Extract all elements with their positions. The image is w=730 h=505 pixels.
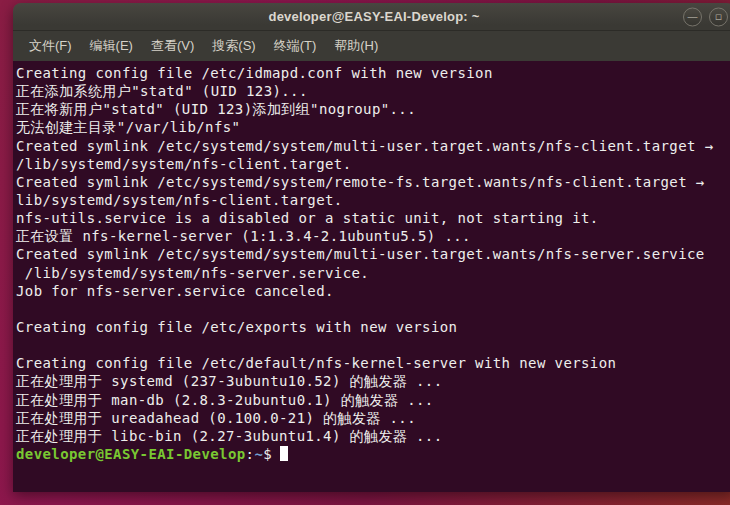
- terminal-line: Creating config file /etc/idmapd.conf wi…: [16, 64, 730, 82]
- menu-item-2[interactable]: 查看(V): [144, 33, 201, 59]
- terminal-line: [16, 300, 730, 318]
- terminal-line: lib/systemd/system/nfs-client.target.: [16, 191, 730, 209]
- terminal-line: nfs-utils.service is a disabled or a sta…: [16, 209, 730, 227]
- terminal-line: [16, 336, 730, 354]
- terminal-line: 正在处理用于 ureadahead (0.100.0-21) 的触发器 ...: [16, 409, 730, 427]
- menu-item-0[interactable]: 文件(F): [22, 33, 79, 59]
- titlebar[interactable]: developer@EASY-EAI-Develop: ~ — ▫: [13, 3, 730, 31]
- menu-item-5[interactable]: 帮助(H): [327, 33, 385, 59]
- minimize-icon: —: [687, 9, 698, 25]
- minimize-button[interactable]: —: [683, 7, 702, 26]
- window-controls: — ▫: [683, 7, 728, 26]
- terminal-line: 正在添加系统用户"statd" (UID 123)...: [16, 82, 730, 100]
- prompt-line: developer@EASY-EAI-Develop:~$: [16, 445, 730, 463]
- terminal-line: 正在处理用于 systemd (237-3ubuntu10.52) 的触发器 .…: [16, 372, 730, 390]
- terminal-line: Created symlink /etc/systemd/system/mult…: [16, 245, 730, 263]
- terminal-line: Creating config file /etc/exports with n…: [16, 318, 730, 336]
- terminal-line: 正在设置 nfs-kernel-server (1:1.3.4-2.1ubunt…: [16, 227, 730, 245]
- menu-item-4[interactable]: 终端(T): [267, 33, 324, 59]
- prompt-dollar: $: [263, 446, 272, 462]
- terminal-output[interactable]: Creating config file /etc/idmapd.conf wi…: [13, 61, 730, 492]
- menu-item-3[interactable]: 搜索(S): [205, 33, 262, 59]
- prompt-user-host: developer@EASY-EAI-Develop: [16, 446, 246, 462]
- terminal-line: Creating config file /etc/default/nfs-ke…: [16, 354, 730, 372]
- terminal-line: 正在处理用于 libc-bin (2.27-3ubuntu1.4) 的触发器 .…: [16, 427, 730, 445]
- terminal-line: 正在将新用户"statd" (UID 123)添加到组"nogroup"...: [16, 100, 730, 118]
- menubar: 文件(F)编辑(E)查看(V)搜索(S)终端(T)帮助(H): [13, 31, 730, 61]
- maximize-button[interactable]: ▫: [709, 7, 728, 26]
- terminal-line: Job for nfs-server.service canceled.: [16, 282, 730, 300]
- terminal-line: Created symlink /etc/systemd/system/remo…: [16, 173, 730, 191]
- terminal-line: 正在处理用于 man-db (2.8.3-2ubuntu0.1) 的触发器 ..…: [16, 391, 730, 409]
- terminal-window: developer@EASY-EAI-Develop: ~ — ▫ 文件(F)编…: [13, 3, 730, 492]
- terminal-line: Created symlink /etc/systemd/system/mult…: [16, 137, 730, 155]
- terminal-line: /lib/systemd/system/nfs-server.service.: [16, 264, 730, 282]
- menu-item-1[interactable]: 编辑(E): [83, 33, 140, 59]
- terminal-cursor: [280, 446, 288, 461]
- terminal-line: /lib/systemd/system/nfs-client.target.: [16, 155, 730, 173]
- prompt-path: ~: [254, 446, 263, 462]
- window-title: developer@EASY-EAI-Develop: ~: [268, 9, 479, 24]
- terminal-line: 无法创建主目录"/var/lib/nfs": [16, 118, 730, 136]
- maximize-icon: ▫: [715, 9, 722, 25]
